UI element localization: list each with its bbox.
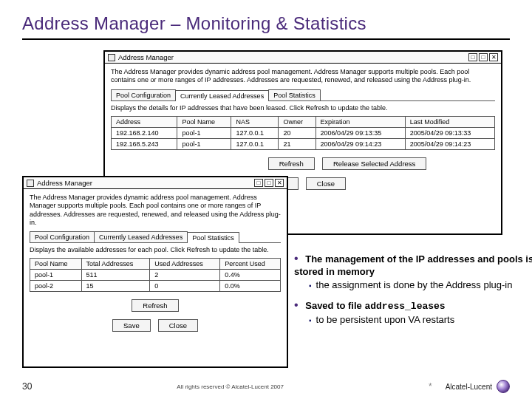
bullet-memory-sub: the assignment is done by the Address pl…	[309, 279, 532, 291]
col-nas[interactable]: NAS	[231, 116, 279, 127]
cell: 2005/04/29 09:13:33	[405, 127, 494, 138]
alcatel-lucent-logo-icon	[497, 380, 510, 393]
window-resize-icon[interactable]: □	[254, 179, 263, 187]
window-app-icon	[27, 180, 34, 187]
window-maximize-icon[interactable]: □	[265, 179, 273, 187]
window-close-icon[interactable]: ✕	[489, 53, 498, 61]
tab-currently-leased[interactable]: Currently Leased Addresses	[175, 90, 269, 101]
tab-pool-statistics[interactable]: Pool Statistics	[268, 89, 321, 100]
refresh-button[interactable]: Refresh	[268, 157, 315, 170]
window-resize-icon[interactable]: □	[468, 53, 477, 61]
window-title-text: Address Manager	[118, 53, 174, 61]
col-owner[interactable]: Owner	[279, 116, 316, 127]
cell: pool-2	[30, 281, 82, 292]
tab-pool-configuration[interactable]: Pool Configuration	[111, 89, 176, 100]
cell: 0.4%	[220, 270, 281, 281]
col-pool-name[interactable]: Pool Name	[177, 116, 231, 127]
table-row[interactable]: 192.168.2.140 pool-1 127.0.0.1 20 2006/0…	[112, 127, 495, 138]
col-used-addresses[interactable]: Used Addresses	[150, 259, 220, 270]
col-expiration[interactable]: Expiration	[316, 116, 405, 127]
window-titlebar[interactable]: Address Manager □ □ ✕	[24, 177, 287, 189]
cell: 192.168.2.140	[112, 127, 177, 138]
cell: pool-1	[177, 138, 231, 149]
refresh-button[interactable]: Refresh	[132, 299, 178, 312]
cell: 20	[279, 127, 316, 138]
col-total-addresses[interactable]: Total Addresses	[81, 259, 150, 270]
leased-addresses-table: Address Pool Name NAS Owner Expiration L…	[111, 116, 495, 150]
col-pool-name[interactable]: Pool Name	[30, 259, 82, 270]
cell: 192.168.5.243	[112, 138, 177, 149]
cell: 2005/04/29 09:14:23	[405, 138, 494, 149]
cell: pool-1	[177, 127, 231, 138]
window-close-icon[interactable]: ✕	[275, 179, 284, 187]
close-button[interactable]: Close	[306, 177, 346, 190]
slide-footer: 30 All rights reserved © Alcatel-Lucent …	[0, 380, 532, 393]
window-title-text: Address Manager	[37, 179, 92, 187]
cell: 0	[150, 281, 220, 292]
release-address-button[interactable]: Release Selected Address	[322, 157, 426, 170]
col-last-modified[interactable]: Last Modified	[405, 116, 494, 127]
title-underline	[22, 38, 510, 40]
bullet-saved-file: Saved to file address_leases to be persi…	[294, 298, 532, 327]
cell: 0.0%	[220, 281, 281, 292]
save-button[interactable]: Save	[112, 319, 151, 332]
cell: 511	[81, 270, 150, 281]
cell: pool-1	[30, 270, 82, 281]
cell: 15	[81, 281, 150, 292]
bullet-memory: The management of the IP addresses and p…	[294, 251, 532, 292]
tab-currently-leased[interactable]: Currently Leased Addresses	[94, 231, 188, 242]
table-row[interactable]: pool-1 511 2 0.4%	[30, 270, 281, 281]
footer-brand: * Alcatel-Lucent	[429, 380, 510, 393]
tab-bar: Pool Configuration Currently Leased Addr…	[111, 89, 495, 101]
cell: 21	[279, 138, 316, 149]
table-row[interactable]: pool-2 15 0 0.0%	[30, 281, 281, 292]
bullet-saved-file-sub: to be persistent upon VA restarts	[309, 314, 532, 326]
tab-bar: Pool Configuration Currently Leased Addr…	[30, 231, 281, 243]
footnote-star-icon: *	[429, 381, 432, 392]
footer-brand-text: Alcatel-Lucent	[446, 383, 492, 391]
tab-description: Displays the details for IP addresses th…	[111, 104, 495, 112]
cell: 2	[150, 270, 220, 281]
cell: 2006/04/29 09:14:23	[316, 138, 405, 149]
footer-copyright: All rights reserved © Alcatel-Lucent 200…	[32, 383, 429, 390]
window-titlebar[interactable]: Address Manager □ □ ✕	[105, 52, 501, 64]
cell: 2006/04/29 09:13:35	[316, 127, 405, 138]
close-button[interactable]: Close	[158, 319, 198, 332]
window-description: The Address Manager provides dynamic add…	[111, 68, 495, 85]
window-pool-statistics: Address Manager □ □ ✕ The Address Manage…	[22, 176, 288, 368]
window-description: The Address Manager provides dynamic add…	[30, 194, 281, 227]
slide-bullets: The management of the IP addresses and p…	[294, 251, 532, 332]
tab-pool-statistics[interactable]: Pool Statistics	[187, 232, 239, 243]
tab-description: Displays the available addresses for eac…	[30, 246, 281, 253]
pool-statistics-table: Pool Name Total Addresses Used Addresses…	[30, 258, 281, 292]
cell: 127.0.0.1	[231, 127, 279, 138]
slide-title: Address Manager – Monitoring & Statistic…	[22, 13, 510, 34]
table-header-row: Address Pool Name NAS Owner Expiration L…	[112, 116, 495, 127]
table-header-row: Pool Name Total Addresses Used Addresses…	[30, 259, 281, 270]
col-percent-used[interactable]: Percent Used	[220, 259, 281, 270]
window-app-icon	[108, 54, 115, 61]
cell: 127.0.0.1	[231, 138, 279, 149]
table-row[interactable]: 192.168.5.243 pool-1 127.0.0.1 21 2006/0…	[112, 138, 495, 149]
page-number: 30	[22, 381, 32, 392]
col-address[interactable]: Address	[112, 116, 177, 127]
tab-pool-configuration[interactable]: Pool Configuration	[30, 231, 95, 242]
window-maximize-icon[interactable]: □	[479, 53, 488, 61]
